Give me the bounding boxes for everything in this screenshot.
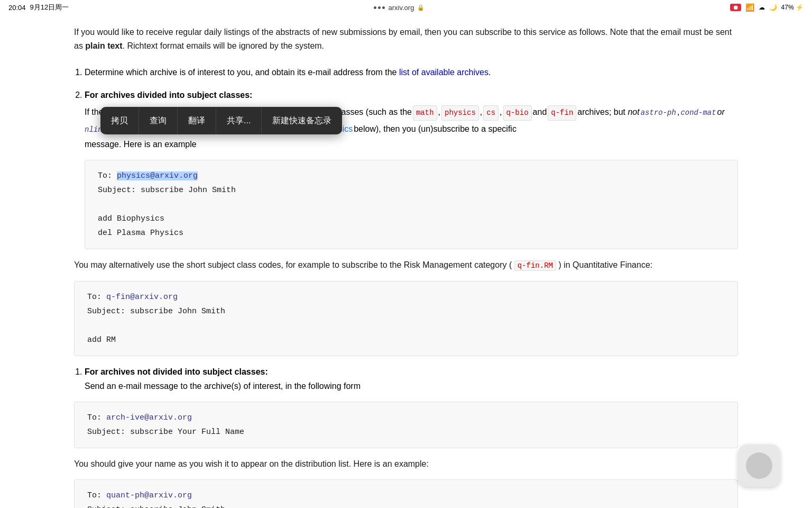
tag-astro-ph[interactable]: astro-ph xyxy=(641,106,676,120)
comma2: , xyxy=(480,105,482,120)
tag-q-fin[interactable]: q-fin xyxy=(548,105,576,121)
available-archives-link[interactable]: list of available archives xyxy=(399,68,488,77)
code2-line-4: add RM xyxy=(87,333,725,347)
item1-text: Determine which archive is of interest t… xyxy=(85,68,491,77)
tag-physics[interactable]: physics xyxy=(441,105,479,121)
date: 9月12日周一 xyxy=(30,3,69,12)
tag-cs[interactable]: cs xyxy=(483,105,499,121)
item2-heading: For archives divided into subject classe… xyxy=(85,90,252,99)
email-physics[interactable]: physics@arxiv.org xyxy=(117,171,198,180)
or-text: or xyxy=(717,105,725,120)
and-text: and xyxy=(533,105,547,120)
item3-para: Send an e-mail message to the archive(s)… xyxy=(85,379,738,393)
code-block-3: To: arch-ive@arxiv.org Subject: subscrib… xyxy=(74,402,738,448)
code-line-5: del Plasma Physics xyxy=(98,226,725,240)
archives-text: archives; but not xyxy=(577,105,639,120)
home-button[interactable] xyxy=(738,444,780,487)
tag-cond-mat[interactable]: cond-mat xyxy=(680,106,716,120)
status-right: ⏺ 📶 ☁ 🌙 47% ⚡ xyxy=(730,3,804,12)
menu-item-translate[interactable]: 翻译 xyxy=(178,107,216,134)
sub-para-1: You may alternatively use the short subj… xyxy=(74,258,738,273)
item2-line2: message. Here is an example xyxy=(85,137,738,151)
email-q-fin[interactable]: q-fin@arxiv.org xyxy=(106,293,178,302)
tag-q-bio[interactable]: q-bio xyxy=(503,105,532,121)
tag-nlin[interactable]: nlin xyxy=(85,123,103,137)
code2-line-2: Subject: subscribe John Smith xyxy=(87,304,725,319)
tag-math[interactable]: math xyxy=(413,105,437,121)
code-block-1: To: physics@arxiv.org Subject: subscribe… xyxy=(85,160,738,249)
code2-line-3 xyxy=(87,319,725,333)
message-text: message. Here is an example xyxy=(85,140,197,149)
code-block-4: To: quant-ph@arxiv.org Subject: subscrib… xyxy=(74,479,738,508)
email-arch-ive[interactable]: arch-ive@arxiv.org xyxy=(106,413,192,422)
bold-plain-text: plain text xyxy=(85,41,122,50)
tag-q-fin-rm[interactable]: q-fin.RM xyxy=(514,260,556,271)
comma3: , xyxy=(500,105,502,120)
code-line-1: To: physics@arxiv.org xyxy=(98,169,725,183)
code3-line-1: To: arch-ive@arxiv.org xyxy=(87,411,725,425)
battery-percent: 47% ⚡ xyxy=(781,4,804,11)
below-text: below), then you (un)subscribe to a spec… xyxy=(354,122,516,137)
intro-paragraph: If you would like to receive regular dai… xyxy=(74,25,738,52)
status-left: 20:04 9月12日周一 xyxy=(8,3,69,12)
menu-item-memo[interactable]: 新建快速备忘录 xyxy=(262,107,342,134)
dot-3 xyxy=(382,6,385,9)
code-line-4: add Biophysics xyxy=(98,212,725,226)
sub-para-2: You should give your name as you wish it… xyxy=(74,457,738,471)
dot-2 xyxy=(378,6,381,9)
moon-icon: 🌙 xyxy=(769,4,777,11)
code2-line-1: To: q-fin@arxiv.org xyxy=(87,290,725,304)
status-bar: 20:04 9月12日周一 arxiv.org 🔒 ⏺ 📶 ☁ 🌙 47% ⚡ xyxy=(0,0,812,15)
dot-1 xyxy=(374,6,376,9)
code-line-2: Subject: subscribe John Smith xyxy=(98,183,725,197)
url-display[interactable]: arxiv.org xyxy=(388,4,414,12)
browser-dots xyxy=(374,6,385,9)
comma4: , xyxy=(677,105,679,120)
time: 20:04 xyxy=(8,4,26,12)
record-button[interactable]: ⏺ xyxy=(730,4,741,11)
comma1: , xyxy=(438,105,440,120)
code4-line-1: To: quant-ph@arxiv.org xyxy=(87,488,725,503)
lock-icon: 🔒 xyxy=(417,4,425,11)
item3-heading: For archives not divided into subject cl… xyxy=(85,367,268,376)
code-line-3 xyxy=(98,197,725,212)
browser-content: If you would like to receive regular dai… xyxy=(0,15,812,508)
context-menu[interactable]: 拷贝 查询 翻译 共享... 新建快速备忘录 xyxy=(100,107,342,134)
menu-item-copy[interactable]: 拷贝 xyxy=(100,107,139,134)
code-block-2: To: q-fin@arxiv.org Subject: subscribe J… xyxy=(74,281,738,356)
code3-line-2: Subject: subscribe Your Full Name xyxy=(87,425,725,439)
status-center: arxiv.org 🔒 xyxy=(374,4,425,12)
wifi-icon: 📶 xyxy=(745,3,754,12)
list2-item-1: For archives not divided into subject cl… xyxy=(85,365,738,393)
code4-line-2: Subject: subscribe John Smith xyxy=(87,503,725,508)
second-list: For archives not divided into subject cl… xyxy=(85,365,738,393)
signal-icon: ☁ xyxy=(759,4,765,11)
list-item-1: Determine which archive is of interest t… xyxy=(85,65,738,79)
home-button-inner xyxy=(746,452,772,479)
list-item-2: For archives divided into subject classe… xyxy=(85,88,738,249)
menu-item-share[interactable]: 共享... xyxy=(216,107,262,134)
main-list: Determine which archive is of interest t… xyxy=(85,65,738,249)
email-quant-ph[interactable]: quant-ph@arxiv.org xyxy=(106,491,192,500)
menu-item-lookup[interactable]: 查询 xyxy=(139,107,178,134)
